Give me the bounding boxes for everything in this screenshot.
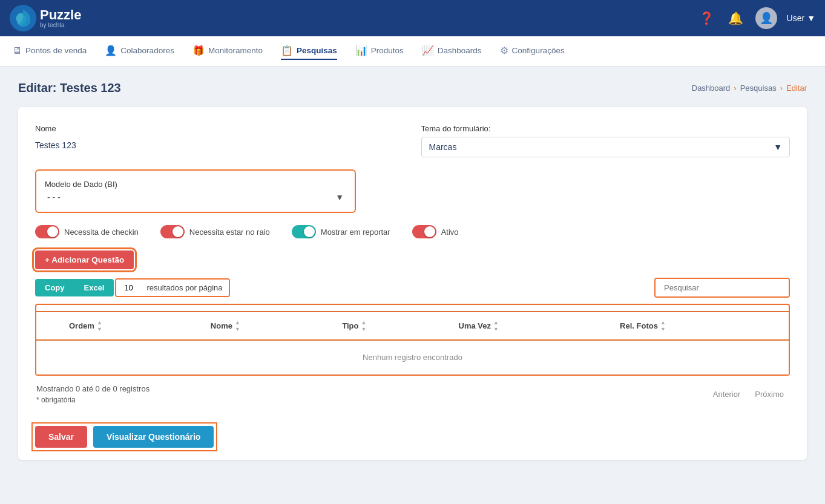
bell-icon[interactable]: 🔔 — [726, 8, 746, 28]
theme-select[interactable]: Marcas ▼ — [421, 137, 790, 157]
sidebar-item-configuracoes[interactable]: ⚙ Configurações — [500, 42, 565, 60]
chevron-down-icon: ▼ — [335, 192, 344, 202]
questions-table: Ordem ▲ ▼ Nome ▲ — [36, 311, 789, 375]
subnav-label: Pontos de venda — [25, 46, 87, 55]
subnav: 🖥 Pontos de venda 👤 Colaboradores 🎁 Moni… — [0, 36, 825, 67]
required-note: * obrigatória — [36, 396, 150, 404]
bi-model-box: Modelo de Dado (BI) - - - ▼ — [35, 169, 356, 213]
col-rel-fotos: Rel. Fotos ▲ ▼ — [611, 312, 789, 340]
logo-icon — [10, 5, 36, 31]
breadcrumb-dashboard[interactable]: Dashboard — [692, 83, 731, 93]
toggle-ativo-label: Ativo — [441, 227, 459, 237]
table-showing: Mostrando 0 até 0 de 0 registros — [36, 384, 150, 393]
chevron-down-icon: ▼ — [774, 142, 782, 152]
subnav-label: Monitoramento — [208, 46, 263, 55]
subnav-label: Dashboards — [438, 46, 482, 55]
empty-message: Nenhum registro encontrado — [363, 353, 462, 362]
user-menu[interactable]: User ▼ — [787, 13, 815, 23]
sort-up-icon: ▲ — [97, 319, 102, 326]
chevron-down-icon: ▼ — [807, 13, 815, 23]
empty-row: Nenhum registro encontrado — [36, 340, 789, 375]
help-icon[interactable]: ❓ — [697, 8, 717, 28]
sidebar-item-dashboards[interactable]: 📈 Dashboards — [422, 42, 482, 60]
form-group-name: Nome Testes 123 — [35, 124, 404, 157]
table-toolbar: Copy Excel resultados por página — [35, 278, 790, 298]
col-ordem: Ordem ▲ ▼ — [61, 312, 202, 340]
toggle-raio-switch[interactable] — [160, 225, 185, 238]
monitor-icon: 🖥 — [12, 45, 22, 56]
col-nome-label: Nome — [211, 321, 232, 330]
search-input[interactable] — [656, 279, 789, 296]
questions-table-container: Ordem ▲ ▼ Nome ▲ — [35, 304, 790, 376]
sort-arrows-ordem[interactable]: ▲ ▼ — [97, 319, 102, 332]
prev-button[interactable]: Anterior — [708, 387, 746, 401]
search-box — [654, 278, 790, 298]
save-button[interactable]: Salvar — [35, 426, 87, 448]
toggle-raio: Necessita estar no raio — [160, 225, 270, 238]
bi-value: - - - — [47, 192, 61, 202]
page-header: Editar: Testes 123 Dashboard › Pesquisas… — [18, 81, 807, 95]
col-nome: Nome ▲ ▼ — [202, 312, 334, 340]
toggle-row: Necessita de checkin Necessita estar no … — [35, 225, 790, 238]
toggle-checkin-switch[interactable] — [35, 225, 59, 238]
toolbar-left: Copy Excel resultados por página — [35, 278, 230, 297]
col-tipo-label: Tipo — [342, 321, 358, 330]
topbar-right: ❓ 🔔 👤 User ▼ — [697, 7, 815, 29]
sidebar-item-colaboradores[interactable]: 👤 Colaboradores — [105, 42, 174, 60]
theme-value: Marcas — [429, 142, 457, 152]
sidebar-item-monitoramento[interactable]: 🎁 Monitoramento — [192, 42, 263, 60]
table-footer: Mostrando 0 até 0 de 0 registros * obrig… — [35, 384, 790, 404]
toggle-ativo-switch[interactable] — [412, 225, 436, 238]
sort-up-icon: ▲ — [235, 319, 240, 326]
theme-label: Tema do formulário: — [421, 124, 790, 133]
add-question-button[interactable]: + Adicionar Questão — [35, 250, 134, 269]
sort-down-icon: ▼ — [361, 326, 366, 332]
per-page-input[interactable] — [116, 280, 140, 296]
sort-down-icon: ▼ — [660, 326, 666, 332]
col-uma-vez: Uma Vez ▲ ▼ — [450, 312, 611, 340]
sort-up-icon: ▲ — [493, 319, 499, 326]
main-card: Nome Testes 123 Tema do formulário: Marc… — [18, 107, 807, 460]
add-question-wrapper: + Adicionar Questão — [35, 250, 790, 269]
excel-button[interactable]: Excel — [74, 279, 114, 296]
sort-down-icon: ▼ — [235, 326, 240, 332]
line-chart-icon: 📈 — [422, 45, 434, 56]
toggle-checkin: Necessita de checkin — [35, 225, 139, 238]
sort-arrows-uma-vez[interactable]: ▲ ▼ — [493, 319, 499, 332]
subnav-label: Pesquisas — [297, 46, 337, 55]
copy-button[interactable]: Copy — [35, 279, 74, 296]
sidebar-item-pesquisas[interactable]: 📋 Pesquisas — [281, 42, 337, 60]
name-value: Testes 123 — [35, 137, 404, 154]
sort-down-icon: ▼ — [97, 326, 102, 332]
logo: Puzzle by techta — [10, 5, 81, 31]
action-row: Salvar Visualizar Questionário — [35, 426, 214, 448]
next-button[interactable]: Próximo — [750, 387, 789, 401]
breadcrumb-pesquisas[interactable]: Pesquisas — [740, 83, 777, 93]
form-row-name-theme: Nome Testes 123 Tema do formulário: Marc… — [35, 124, 790, 157]
sort-arrows-tipo[interactable]: ▲ ▼ — [361, 319, 366, 332]
sidebar-item-pontos-de-venda[interactable]: 🖥 Pontos de venda — [12, 43, 87, 60]
subnav-label: Colaboradores — [120, 46, 174, 55]
avatar[interactable]: 👤 — [755, 7, 777, 29]
toggle-reportar: Mostrar em reportar — [292, 225, 390, 238]
sort-arrows-nome[interactable]: ▲ ▼ — [235, 319, 240, 332]
subnav-label: Configurações — [512, 46, 565, 55]
breadcrumb-sep-2: › — [780, 83, 783, 93]
toggle-raio-label: Necessita estar no raio — [189, 227, 270, 237]
view-button[interactable]: Visualizar Questionário — [93, 426, 214, 448]
sidebar-item-produtos[interactable]: 📊 Produtos — [355, 42, 404, 60]
toggle-reportar-switch[interactable] — [292, 225, 316, 238]
bi-select[interactable]: - - - ▼ — [45, 189, 346, 206]
bar-chart-icon: 📊 — [355, 45, 367, 56]
table-footer-left: Mostrando 0 até 0 de 0 registros * obrig… — [36, 384, 150, 404]
sort-arrows-rel-fotos[interactable]: ▲ ▼ — [660, 319, 666, 332]
name-label: Nome — [35, 124, 404, 133]
bi-label: Modelo de Dado (BI) — [45, 180, 117, 189]
main-content: Editar: Testes 123 Dashboard › Pesquisas… — [0, 67, 825, 474]
breadcrumb: Dashboard › Pesquisas › Editar — [692, 83, 807, 93]
col-uma-vez-label: Uma Vez — [459, 321, 491, 330]
logo-text: Puzzle — [40, 7, 81, 22]
breadcrumb-sep-1: › — [734, 83, 736, 93]
form-group-theme: Tema do formulário: Marcas ▼ — [421, 124, 790, 157]
toggle-ativo: Ativo — [412, 225, 459, 238]
